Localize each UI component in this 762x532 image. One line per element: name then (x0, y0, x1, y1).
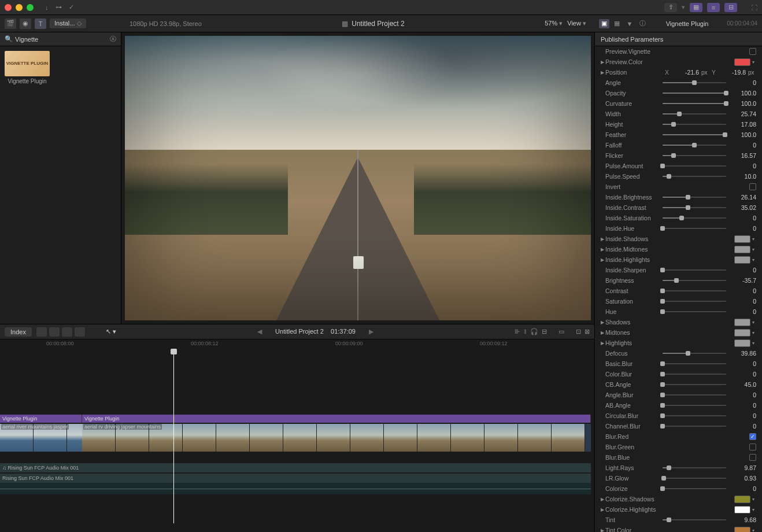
connect-clip-icon[interactable] (36, 327, 47, 337)
disclosure-icon[interactable]: ▶ (601, 507, 605, 512)
color-swatch[interactable] (734, 256, 750, 264)
color-swatch[interactable] (734, 329, 750, 337)
timeline-ruler[interactable]: 00:00:08:00 00:00:08:12 00:00:09:00 00:0… (0, 339, 594, 350)
keyword-icon[interactable]: ⊶ (56, 3, 62, 11)
solo-icon[interactable]: 🎧 (530, 328, 538, 335)
param-slider[interactable] (663, 82, 726, 83)
param-value[interactable]: 0 (728, 267, 756, 274)
param-value[interactable]: 0 (728, 423, 756, 430)
inspector-video-icon[interactable]: ▣ (599, 19, 609, 28)
param-slider[interactable] (663, 217, 726, 219)
disclosure-icon[interactable]: ▶ (601, 497, 605, 502)
param-value[interactable]: 25.74 (728, 110, 756, 117)
color-popup-icon[interactable]: ▾ (750, 528, 756, 533)
import-icon[interactable]: ↓ (45, 4, 49, 11)
param-value[interactable]: 0 (728, 402, 756, 409)
category-popup[interactable]: Instal... ◇ (50, 19, 86, 28)
layout-inspector-button[interactable]: ⊟ (724, 3, 737, 12)
param-slider[interactable] (663, 415, 726, 416)
param-x[interactable]: -21.6 (671, 69, 699, 76)
param-value[interactable]: 10.0 (728, 173, 756, 180)
disclosure-icon[interactable]: ▶ (601, 528, 605, 533)
param-value[interactable]: 17.08 (728, 121, 756, 128)
insert-clip-icon[interactable] (49, 327, 60, 337)
param-value[interactable]: 0 (728, 142, 756, 149)
maximize-button[interactable] (27, 4, 34, 11)
effect-clip[interactable]: Vignette Plugin (0, 415, 82, 423)
color-popup-icon[interactable]: ▾ (750, 330, 756, 335)
param-slider[interactable] (663, 280, 726, 281)
param-value[interactable]: 0 (728, 485, 756, 492)
photos-icon[interactable]: ◉ (20, 19, 31, 29)
param-slider[interactable] (663, 103, 726, 104)
param-value[interactable]: 0 (728, 391, 756, 398)
param-slider[interactable] (663, 374, 726, 375)
param-value[interactable]: 0 (728, 287, 756, 294)
index-button[interactable]: Index (5, 327, 32, 337)
param-slider[interactable] (663, 197, 726, 198)
color-popup-icon[interactable]: ▾ (750, 341, 756, 346)
viewer-canvas[interactable] (125, 36, 591, 320)
color-swatch[interactable] (734, 319, 750, 326)
inspector-info-icon[interactable]: ▼ (624, 19, 635, 28)
param-slider[interactable] (663, 519, 726, 520)
color-swatch[interactable] (734, 496, 750, 503)
color-popup-icon[interactable]: ▾ (750, 247, 756, 252)
param-slider[interactable] (663, 93, 726, 94)
timeline-tracks[interactable]: Vignette Plugin Vignette Plugin aerial r… (0, 350, 594, 523)
param-value[interactable]: -35.7 (728, 277, 756, 284)
param-value[interactable]: 0 (728, 360, 756, 367)
param-slider[interactable] (663, 301, 726, 302)
audio-clip[interactable]: ♫ Rising Sun FCP Audio Mix 001 (0, 463, 591, 472)
param-slider[interactable] (663, 467, 726, 468)
disclosure-icon[interactable]: ▶ (601, 330, 605, 335)
param-value[interactable]: 0 (728, 371, 756, 378)
param-value[interactable]: 100.0 (728, 90, 756, 97)
param-value[interactable]: 0 (728, 79, 756, 86)
skimming-icon[interactable]: ⊪ (515, 328, 520, 335)
video-clip[interactable]: aerial river mountains jasper (0, 424, 82, 452)
effect-clip[interactable]: Vignette Plugin (82, 415, 591, 423)
disclosure-icon[interactable]: ▶ (601, 237, 605, 242)
param-slider[interactable] (663, 145, 726, 146)
layout-browser-button[interactable]: ▦ (690, 3, 702, 12)
audio-waveform[interactable] (0, 483, 591, 494)
param-slider[interactable] (663, 176, 726, 177)
snap-icon[interactable]: ⊟ (542, 328, 547, 335)
disclosure-icon[interactable]: ▶ (601, 70, 605, 75)
color-popup-icon[interactable]: ▾ (750, 320, 756, 325)
param-slider[interactable] (663, 269, 726, 271)
param-value[interactable]: 100.0 (728, 131, 756, 138)
playhead[interactable] (173, 350, 174, 523)
param-checkbox[interactable]: ✓ (749, 433, 756, 440)
color-swatch[interactable] (734, 339, 750, 347)
inspector-i-icon[interactable]: ⓘ (637, 19, 648, 28)
param-slider[interactable] (663, 124, 726, 125)
param-slider[interactable] (663, 134, 726, 135)
param-slider[interactable] (663, 165, 726, 167)
param-value[interactable]: 16.57 (728, 152, 756, 159)
param-slider[interactable] (663, 290, 726, 291)
param-checkbox[interactable] (749, 444, 756, 450)
fullscreen-icon[interactable]: ⛶ (751, 4, 757, 11)
param-value[interactable]: 35.02 (728, 204, 756, 211)
param-slider[interactable] (663, 353, 726, 354)
param-value[interactable]: 39.86 (728, 350, 756, 357)
param-value[interactable]: 0 (728, 162, 756, 169)
color-popup-icon[interactable]: ▾ (750, 507, 756, 512)
color-swatch[interactable] (734, 235, 750, 243)
param-value[interactable]: 0 (728, 225, 756, 232)
color-popup-icon[interactable]: ▾ (750, 60, 756, 65)
color-swatch[interactable] (734, 58, 750, 66)
disclosure-icon[interactable]: ▶ (601, 60, 605, 65)
param-y[interactable]: -19.8 (718, 69, 746, 76)
color-swatch[interactable] (734, 246, 750, 253)
inspector-generator-icon[interactable]: ▦ (612, 19, 622, 28)
param-value[interactable]: 0 (728, 412, 756, 419)
overwrite-clip-icon[interactable] (75, 327, 85, 337)
disclosure-icon[interactable]: ▶ (601, 320, 605, 325)
clip-appearance-icon[interactable]: ▭ (558, 328, 564, 335)
param-slider[interactable] (663, 384, 726, 385)
param-slider[interactable] (663, 113, 726, 114)
view-popup[interactable]: View ▾ (567, 20, 586, 27)
